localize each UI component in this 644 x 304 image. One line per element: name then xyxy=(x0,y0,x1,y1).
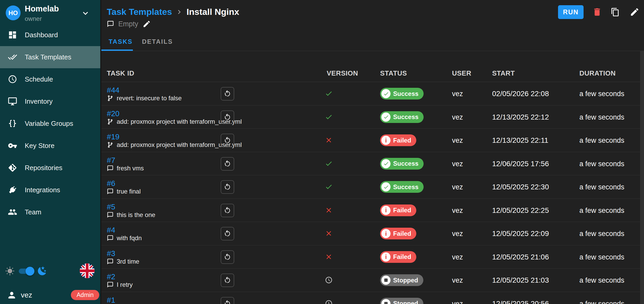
status-chip: i Failed xyxy=(380,134,416,146)
main-content: Task Templates Install Nginx RUN Empty T… xyxy=(100,0,644,304)
version-fail-icon xyxy=(325,253,333,261)
restart-task-button[interactable] xyxy=(221,134,234,147)
status-stopped-icon xyxy=(381,299,391,304)
sidebar-item-inventory[interactable]: Inventory xyxy=(0,90,100,113)
breadcrumb-parent-link[interactable]: Task Templates xyxy=(107,7,172,17)
restart-icon xyxy=(224,253,231,261)
check-all-icon xyxy=(8,52,17,62)
restart-task-button[interactable] xyxy=(221,180,234,194)
task-id-link[interactable]: #7 xyxy=(107,156,115,165)
divider xyxy=(100,51,644,51)
sidebar: HO Homelab owner DashboardTask Templates… xyxy=(0,0,100,304)
task-id-link[interactable]: #44 xyxy=(107,86,119,95)
task-start: 12/05/2025 22:30 xyxy=(492,183,549,191)
sidebar-item-key-store[interactable]: Key Store xyxy=(0,135,100,157)
table-row: #3 3rd time i Failed vez 12/05/2025 21:0… xyxy=(100,245,640,269)
task-duration: a few seconds xyxy=(579,90,624,98)
task-user: vez xyxy=(452,300,463,304)
restart-task-button[interactable] xyxy=(221,274,234,287)
task-duration: a few seconds xyxy=(579,137,624,145)
light-mode-icon xyxy=(5,266,15,276)
restart-task-button[interactable] xyxy=(221,250,234,264)
sidebar-item-task-templates[interactable]: Task Templates xyxy=(0,46,100,68)
table-row: #20 add: proxmox project with terraform_… xyxy=(100,106,640,129)
sidebar-item-label: Task Templates xyxy=(25,53,71,61)
task-id-link[interactable]: #5 xyxy=(107,203,115,211)
table-header: TASK ID VERSION STATUS USER START DURATI… xyxy=(100,66,640,82)
sidebar-item-team[interactable]: Team xyxy=(0,201,100,223)
restart-task-button[interactable] xyxy=(221,110,234,124)
task-duration: a few seconds xyxy=(579,160,624,168)
scrollbar[interactable] xyxy=(640,51,644,304)
task-message: revert: insecure to false xyxy=(107,95,182,102)
template-description-row: Empty xyxy=(107,19,151,29)
restart-task-button[interactable] xyxy=(221,227,234,240)
edit-template-button[interactable] xyxy=(630,7,640,17)
task-id-link[interactable]: #20 xyxy=(107,109,119,118)
copy-template-button[interactable] xyxy=(611,7,621,17)
comment-icon xyxy=(107,258,114,265)
task-id-link[interactable]: #1 xyxy=(107,296,115,304)
language-flag-uk-icon[interactable] xyxy=(80,263,95,278)
version-pending-icon xyxy=(325,300,333,304)
status-failed-icon: i xyxy=(381,229,391,238)
restart-icon xyxy=(224,300,231,304)
project-name: Homelab xyxy=(25,4,59,14)
clock-icon xyxy=(8,75,17,84)
restart-task-button[interactable] xyxy=(221,157,234,171)
task-start: 12/05/2025 22:09 xyxy=(492,229,549,238)
task-duration: a few seconds xyxy=(579,300,624,304)
col-start: START xyxy=(492,69,515,77)
task-id-link[interactable]: #19 xyxy=(107,133,119,141)
comment-icon xyxy=(107,20,114,28)
project-initials: HO xyxy=(9,9,18,17)
tab-details[interactable]: DETAILS xyxy=(142,38,173,45)
run-button[interactable]: RUN xyxy=(558,5,584,19)
sidebar-item-variable-groups[interactable]: Variable Groups xyxy=(0,113,100,135)
version-fail-icon xyxy=(325,229,333,237)
restart-task-button[interactable] xyxy=(221,297,234,304)
sidebar-item-label: Team xyxy=(25,208,41,216)
restart-task-button[interactable] xyxy=(221,87,234,101)
status-chip: Success xyxy=(380,158,424,170)
task-user: vez xyxy=(452,160,463,168)
task-duration: a few seconds xyxy=(579,113,624,121)
task-duration: a few seconds xyxy=(579,183,624,191)
table-row: #7 fresh vms Success vez 12/06/2025 17:5… xyxy=(100,152,640,176)
status-failed-icon: i xyxy=(381,136,391,145)
sidebar-item-repositories[interactable]: Repositories xyxy=(0,157,100,179)
restart-task-button[interactable] xyxy=(221,204,234,217)
role-badge: Admin xyxy=(71,290,99,300)
task-id-link[interactable]: #2 xyxy=(107,272,115,281)
sidebar-item-schedule[interactable]: Schedule xyxy=(0,68,100,90)
version-fail-icon xyxy=(325,206,333,214)
task-id-link[interactable]: #6 xyxy=(107,179,115,188)
plug-icon xyxy=(8,185,17,195)
delete-template-button[interactable] xyxy=(592,7,602,17)
comment-icon xyxy=(107,188,114,195)
dark-mode-toggle[interactable] xyxy=(19,269,33,274)
task-duration: a few seconds xyxy=(579,230,624,238)
git-branch-icon xyxy=(107,118,114,125)
table-row: #44 revert: insecure to false Success ve… xyxy=(100,82,640,106)
task-user: vez xyxy=(452,137,463,145)
edit-description-button[interactable] xyxy=(143,20,151,28)
task-list: #44 revert: insecure to false Success ve… xyxy=(100,82,640,304)
status-chip: Success xyxy=(380,88,424,100)
sidebar-item-integrations[interactable]: Integrations xyxy=(0,179,100,201)
status-chip: Stopped xyxy=(380,298,423,304)
task-id-link[interactable]: #3 xyxy=(107,249,115,258)
user-icon xyxy=(7,290,17,300)
sidebar-item-dashboard[interactable]: Dashboard xyxy=(0,24,100,46)
task-id-link[interactable]: #4 xyxy=(107,226,115,234)
tab-tasks[interactable]: TASKS xyxy=(109,38,133,45)
task-start: 12/05/2025 22:25 xyxy=(492,206,549,215)
task-message: I retry xyxy=(107,281,133,288)
user-menu[interactable]: vez Admin xyxy=(0,288,100,303)
project-switcher[interactable]: HO Homelab owner xyxy=(0,0,100,26)
col-status: STATUS xyxy=(380,69,407,77)
git-icon xyxy=(8,163,17,172)
restart-icon xyxy=(224,276,231,284)
restart-icon xyxy=(224,90,231,98)
task-message: this is the one xyxy=(107,211,155,219)
